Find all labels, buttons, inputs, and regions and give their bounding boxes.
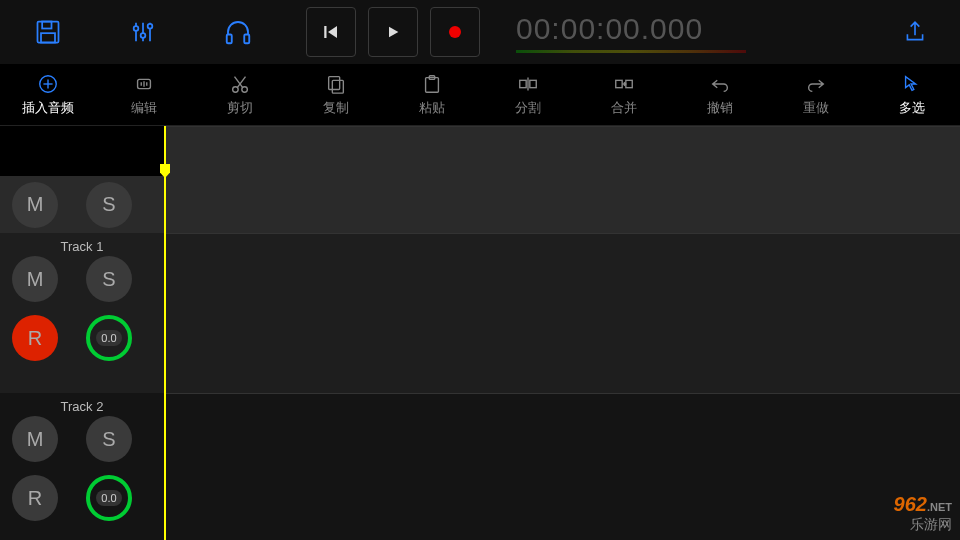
record-arm-button[interactable]: R — [12, 475, 58, 521]
svg-rect-1 — [42, 22, 51, 29]
top-toolbar: 00:00:00.000 — [0, 0, 960, 64]
tool-copy[interactable]: 复制 — [288, 64, 384, 125]
svg-rect-2 — [41, 33, 55, 42]
record-button[interactable] — [430, 7, 480, 57]
master-mute-button[interactable]: M — [12, 182, 58, 228]
track-timeline[interactable] — [164, 393, 960, 540]
svg-rect-9 — [226, 35, 231, 44]
track-2: Track 2MSR0.0 — [0, 393, 960, 540]
track-1: Track 1MSR0.0 — [0, 233, 960, 393]
play-button[interactable] — [368, 7, 418, 57]
playhead-icon[interactable] — [164, 126, 166, 540]
mute-button[interactable]: M — [12, 416, 58, 462]
svg-point-6 — [133, 26, 138, 31]
gain-knob[interactable]: 0.0 — [86, 475, 132, 521]
svg-point-8 — [147, 24, 152, 29]
svg-rect-31 — [616, 80, 622, 87]
transport-controls — [300, 7, 486, 57]
svg-rect-24 — [329, 76, 340, 89]
master-solo-button[interactable]: S — [86, 182, 132, 228]
svg-point-12 — [449, 26, 461, 38]
tool-split[interactable]: 分割 — [480, 64, 576, 125]
track-area: 00:0000:4001:2002:0002:4003:2004:0004:40… — [0, 126, 960, 540]
solo-button[interactable]: S — [86, 256, 132, 302]
gain-knob[interactable]: 0.0 — [86, 315, 132, 361]
tool-paste[interactable]: 粘贴 — [384, 64, 480, 125]
mixer-button[interactable] — [95, 0, 190, 64]
record-arm-button[interactable]: R — [12, 315, 58, 361]
tool-redo[interactable]: 重做 — [768, 64, 864, 125]
tool-edit[interactable]: 编辑 — [96, 64, 192, 125]
svg-rect-28 — [520, 80, 526, 87]
save-button[interactable] — [0, 0, 95, 64]
tool-multiselect[interactable]: 多选 — [864, 64, 960, 125]
tool-insert-audio[interactable]: 插入音频 — [0, 64, 96, 125]
rewind-button[interactable] — [306, 7, 356, 57]
track-name: Track 2 — [0, 399, 164, 414]
tool-cut[interactable]: 剪切 — [192, 64, 288, 125]
master-track-header: M S — [0, 176, 960, 233]
share-button[interactable] — [880, 19, 950, 45]
svg-point-7 — [140, 33, 145, 38]
watermark: 962.NET 乐游网 — [894, 493, 952, 534]
svg-rect-29 — [530, 80, 536, 87]
svg-rect-10 — [244, 35, 249, 44]
solo-button[interactable]: S — [86, 416, 132, 462]
mute-button[interactable]: M — [12, 256, 58, 302]
timecode-display: 00:00:00.000 — [486, 12, 746, 53]
tool-merge[interactable]: 合并 — [576, 64, 672, 125]
track-timeline[interactable] — [164, 233, 960, 393]
track-name: Track 1 — [0, 239, 164, 254]
svg-rect-25 — [332, 80, 343, 93]
svg-rect-11 — [324, 26, 326, 38]
tool-undo[interactable]: 撤销 — [672, 64, 768, 125]
edit-toolbar: 插入音频 编辑 剪切 复制 粘贴 分割 合并 撤销 重做 多选 — [0, 64, 960, 126]
headphones-button[interactable] — [190, 0, 285, 64]
